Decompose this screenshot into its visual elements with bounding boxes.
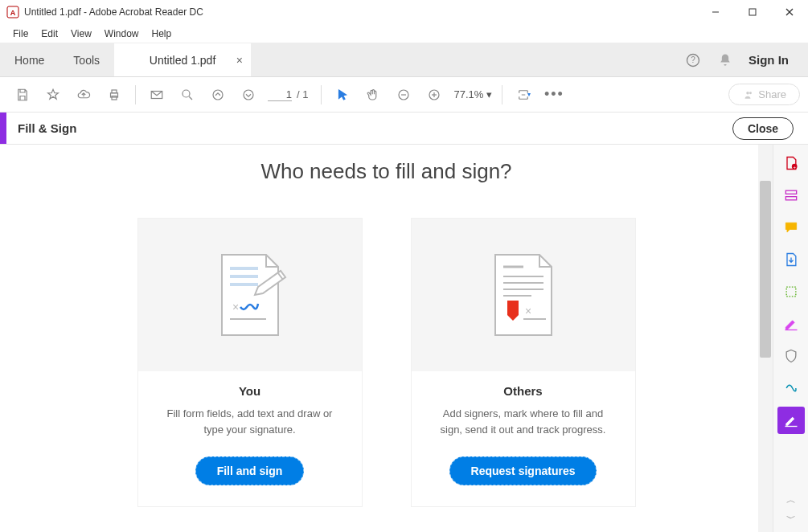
minimize-button[interactable] — [697, 0, 734, 24]
chevron-down-icon: ▾ — [486, 88, 492, 100]
fill-sign-bar: Fill & Sign Close — [0, 113, 808, 145]
print-icon[interactable] — [100, 81, 129, 108]
zoom-out-icon[interactable] — [389, 81, 418, 108]
fill-sign-title: Fill & Sign — [18, 121, 76, 135]
svg-text:×: × — [232, 301, 239, 313]
rp-organize-icon[interactable] — [777, 278, 805, 305]
svg-text:×: × — [525, 305, 531, 317]
page-input[interactable] — [268, 88, 292, 101]
save-icon[interactable] — [8, 81, 37, 108]
star-icon[interactable] — [39, 81, 68, 108]
rp-create-pdf-icon[interactable]: + — [777, 149, 805, 177]
close-button[interactable]: Close — [732, 117, 794, 140]
card-you-illustration: × — [138, 219, 362, 371]
page-down-icon[interactable] — [234, 81, 263, 108]
right-panel: + ︿ ﹀ — [773, 145, 808, 532]
pointer-icon[interactable] — [328, 81, 357, 108]
card-others-title: Others — [503, 384, 542, 398]
more-icon[interactable]: ••• — [539, 81, 568, 108]
page-total: / 1 — [297, 88, 308, 100]
window-controls — [697, 0, 808, 24]
tab-home[interactable]: Home — [0, 43, 59, 76]
svg-point-14 — [213, 90, 223, 100]
separator — [135, 85, 136, 104]
separator — [502, 85, 502, 104]
zoom-in-icon[interactable] — [420, 81, 449, 108]
svg-rect-40 — [786, 287, 796, 297]
titlebar: A Untitled 1.pdf - Adobe Acrobat Reader … — [0, 0, 808, 24]
window-title: Untitled 1.pdf - Adobe Acrobat Reader DC — [24, 6, 203, 18]
svg-rect-24 — [230, 275, 258, 278]
maximize-button[interactable] — [734, 0, 771, 24]
toolbar: / 1 77.1%▾ ▾ ••• Share — [0, 77, 808, 113]
svg-line-13 — [189, 96, 192, 100]
menu-view[interactable]: View — [64, 26, 98, 42]
scrollbar-track[interactable] — [758, 145, 773, 532]
svg-point-15 — [244, 90, 253, 100]
rp-fill-sign-icon[interactable] — [777, 407, 805, 434]
panel-scroll-down-icon[interactable]: ﹀ — [780, 510, 802, 527]
menu-edit[interactable]: Edit — [35, 26, 64, 42]
hand-icon[interactable] — [359, 81, 388, 108]
fit-width-icon[interactable]: ▾ — [509, 81, 538, 108]
rp-adobe-sign-icon[interactable] — [777, 374, 805, 402]
menubar: File Edit View Window Help — [0, 24, 808, 43]
tab-close-icon[interactable]: × — [236, 54, 243, 67]
menu-window[interactable]: Window — [98, 26, 146, 42]
menu-file[interactable]: File — [6, 26, 35, 42]
svg-point-12 — [183, 90, 190, 97]
svg-point-22 — [749, 92, 752, 94]
svg-point-21 — [747, 91, 750, 94]
scrollbar-thumb[interactable] — [760, 181, 771, 358]
svg-text:A: A — [10, 9, 16, 17]
signin-button[interactable]: Sign In — [749, 53, 789, 67]
rp-edit-icon[interactable] — [777, 310, 805, 338]
card-you-desc: Fill form fields, add text and draw or t… — [138, 398, 362, 437]
zoom-dropdown[interactable]: 77.1%▾ — [453, 88, 492, 100]
main: Who needs to fill and sign? × — [0, 145, 808, 532]
rp-comment-icon[interactable] — [777, 214, 805, 241]
svg-text:?: ? — [691, 55, 695, 64]
page-heading: Who needs to fill and sign? — [260, 159, 511, 184]
card-others-desc: Add signers, mark where to fill and sign… — [412, 398, 635, 437]
fill-and-sign-button[interactable]: Fill and sign — [195, 456, 305, 485]
separator — [321, 85, 322, 104]
card-you: × You Fill form fields, add text and dra… — [137, 218, 363, 507]
svg-rect-23 — [230, 267, 258, 270]
page-up-icon[interactable] — [203, 81, 232, 108]
search-icon[interactable] — [173, 81, 202, 108]
svg-rect-38 — [785, 190, 796, 194]
accent-stripe — [0, 113, 6, 144]
content-area: Who needs to fill and sign? × — [0, 145, 773, 532]
app-icon: A — [6, 6, 19, 18]
rp-combine-icon[interactable] — [777, 182, 805, 209]
svg-rect-9 — [112, 90, 117, 93]
svg-rect-3 — [749, 9, 756, 15]
svg-rect-10 — [112, 96, 117, 100]
zoom-value: 77.1% — [453, 88, 483, 100]
bell-icon[interactable] — [716, 51, 734, 69]
svg-text:+: + — [793, 165, 796, 170]
rp-export-icon[interactable] — [777, 246, 805, 273]
tab-tools[interactable]: Tools — [59, 43, 114, 76]
card-others-illustration: × — [412, 219, 635, 371]
share-label: Share — [758, 88, 786, 100]
svg-rect-25 — [230, 283, 258, 286]
rp-protect-icon[interactable] — [777, 342, 805, 370]
request-signatures-button[interactable]: Request signatures — [449, 456, 597, 485]
mail-icon[interactable] — [142, 81, 171, 108]
menu-help[interactable]: Help — [146, 26, 178, 42]
close-window-button[interactable] — [771, 0, 808, 24]
tab-document[interactable]: Untitled 1.pdf × — [114, 43, 251, 76]
share-button[interactable]: Share — [728, 84, 800, 105]
panel-scroll-up-icon[interactable]: ︿ — [780, 492, 802, 509]
card-you-title: You — [239, 384, 260, 398]
help-icon[interactable]: ? — [684, 51, 702, 69]
card-others: × Others Add signers, mark where to fill… — [411, 218, 636, 507]
tabbar: Home Tools Untitled 1.pdf × ? Sign In — [0, 43, 808, 77]
tab-document-label: Untitled 1.pdf — [150, 54, 216, 67]
cloud-upload-icon[interactable] — [69, 81, 98, 108]
svg-rect-39 — [785, 197, 796, 200]
